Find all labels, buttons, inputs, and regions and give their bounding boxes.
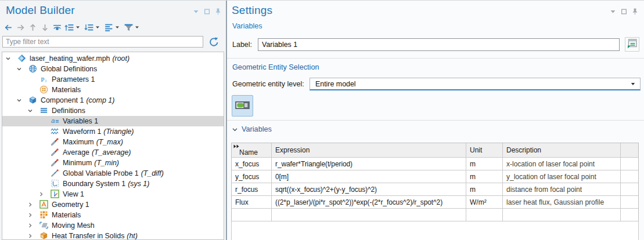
tree-expander-icon[interactable]	[37, 181, 46, 187]
collapse-all-button[interactable]	[83, 21, 103, 34]
table-row[interactable]: y_focus 0[m] m y_location of laser focal…	[232, 170, 638, 183]
back-arrow-button[interactable]	[2, 21, 15, 34]
pin-icon[interactable]	[215, 8, 221, 15]
pin-icon[interactable]	[632, 8, 638, 15]
forward-arrow-button[interactable]	[15, 21, 27, 34]
column-header-description[interactable]: Description	[503, 143, 621, 157]
active-toggle-button[interactable]	[232, 95, 253, 117]
tree-expander-icon[interactable]	[37, 150, 46, 156]
tree-expander-icon[interactable]	[3, 56, 13, 62]
tree-expander-icon[interactable]	[26, 212, 35, 219]
cell-expression[interactable]: 0[m]	[272, 170, 466, 183]
tree-expander-icon[interactable]	[26, 77, 35, 83]
tree-expander-icon[interactable]	[37, 160, 46, 166]
tree-item[interactable]: Materials	[2, 85, 224, 95]
refresh-icon[interactable]	[208, 37, 220, 48]
dropdown-caret-icon[interactable]	[135, 25, 141, 30]
tree-item[interactable]: Geometry 1	[2, 199, 224, 210]
tree-expander-icon[interactable]	[15, 66, 24, 72]
cell-name[interactable]: y_focus	[232, 170, 272, 183]
column-header-unit[interactable]: Unit	[466, 143, 503, 157]
tree-item[interactable]: Materials	[2, 210, 224, 220]
cell-expression[interactable]	[272, 209, 466, 221]
cell-extra	[621, 209, 638, 221]
cell-unit[interactable]: m	[466, 158, 503, 170]
float-icon[interactable]	[621, 8, 627, 15]
panel-menu-icon[interactable]	[610, 8, 616, 15]
cell-description[interactable]: distance from focal point	[503, 183, 621, 195]
tree-expander-icon[interactable]	[37, 139, 46, 146]
dropdown-caret-icon[interactable]	[115, 25, 121, 30]
model-builder-window-controls	[193, 8, 221, 15]
cell-unit[interactable]: m	[466, 170, 503, 183]
cell-name[interactable]: Flux	[232, 196, 272, 208]
svg-text:a: a	[51, 117, 55, 124]
filter-input[interactable]	[2, 36, 203, 48]
tree-expander-icon[interactable]	[26, 87, 35, 93]
cell-name[interactable]	[232, 209, 272, 221]
section-collapse-icon[interactable]	[232, 126, 238, 133]
tree-expander-icon[interactable]	[15, 97, 24, 104]
cell-expression[interactable]: r_wafer*Triangle(t/period)	[272, 158, 466, 170]
filter-button[interactable]	[123, 21, 142, 34]
cell-description[interactable]	[503, 209, 621, 221]
move-up-icon	[28, 23, 38, 32]
cell-unit[interactable]: m	[466, 183, 503, 195]
cell-unit[interactable]	[466, 209, 503, 221]
tree-expander-icon[interactable]	[26, 233, 35, 239]
rename-button[interactable]	[625, 37, 639, 52]
column-header-expression[interactable]: Expression	[272, 143, 466, 157]
tree-item[interactable]: Definitions	[2, 106, 224, 116]
tree-item[interactable]: Global Variable Probe 1 (T_diff)	[2, 168, 224, 179]
tree-item[interactable]: Minimum (T_min)	[2, 158, 224, 168]
cell-expression[interactable]: ((2*p_laser)/(pi*r_spot^2))*exp(-(2*r_fo…	[272, 196, 466, 208]
cell-description[interactable]: y_location of laser focal point	[503, 170, 621, 183]
table-row[interactable]	[232, 208, 638, 221]
cell-name[interactable]: r_focus	[232, 183, 272, 195]
panel-menu-icon[interactable]	[193, 8, 199, 15]
tree-item[interactable]: Global Definitions	[2, 64, 224, 74]
node-label-button[interactable]	[103, 21, 123, 34]
tree-expander-icon[interactable]	[37, 118, 46, 125]
settings-subtitle[interactable]: Variables	[232, 22, 262, 30]
table-row[interactable]: r_focus sqrt((x-x_focus)^2+(y-y_focus)^2…	[232, 183, 638, 195]
move-down-button[interactable]	[39, 21, 51, 34]
dropdown-caret-icon[interactable]	[95, 25, 102, 30]
tree-item[interactable]: Average (T_average)	[2, 147, 224, 158]
column-header-extra	[621, 143, 638, 157]
cell-description[interactable]: laser heat flux, Gaussian profile	[503, 196, 621, 208]
tree-item[interactable]: Pi Parameters 1	[2, 74, 224, 85]
tree-item[interactable]: laser_heating_wafer.mph (root)	[2, 53, 224, 64]
tree-expander-icon[interactable]	[37, 191, 46, 198]
materials-grid-icon	[39, 210, 49, 220]
column-header-name[interactable]: Name	[232, 143, 272, 157]
tree-item[interactable]: View 1	[2, 189, 224, 199]
geometric-entity-selection-header: Geometric Entity Selection	[232, 63, 319, 71]
dropdown-caret-icon[interactable]	[75, 25, 82, 30]
tree-expander-icon[interactable]	[37, 170, 46, 177]
cell-name[interactable]: x_focus	[232, 158, 272, 170]
tree-item[interactable]: Maximum (T_max)	[2, 137, 224, 147]
tree-item[interactable]: Boundary System 1 (sys 1)	[2, 179, 224, 189]
move-up-button[interactable]	[27, 21, 39, 34]
tree-expander-icon[interactable]	[26, 223, 35, 229]
tree-item[interactable]: Waveform 1 (Triangle)	[2, 126, 224, 137]
cell-unit[interactable]: W/m²	[466, 196, 503, 208]
tree-expander-icon[interactable]	[26, 108, 35, 114]
table-row[interactable]: Flux ((2*p_laser)/(pi*r_spot^2))*exp(-(2…	[232, 195, 638, 208]
expand-all-button[interactable]	[63, 21, 83, 34]
waveform-icon	[51, 127, 60, 136]
tree-item[interactable]: Component 1 (comp 1)	[2, 95, 224, 106]
tree-item[interactable]: a Variables 1	[2, 116, 224, 126]
table-row[interactable]: x_focus r_wafer*Triangle(t/period) m x-l…	[232, 157, 638, 170]
label-input[interactable]	[258, 38, 620, 51]
float-icon[interactable]	[204, 8, 210, 15]
cell-expression[interactable]: sqrt((x-x_focus)^2+(y-y_focus)^2)	[272, 183, 466, 195]
tree-item[interactable]: Heat Transfer in Solids (ht)	[2, 231, 224, 240]
show-button[interactable]	[51, 21, 63, 34]
tree-expander-icon[interactable]	[26, 202, 35, 208]
tree-item[interactable]: Moving Mesh	[2, 220, 224, 231]
entity-level-select[interactable]: Entire model	[310, 78, 641, 90]
tree-expander-icon[interactable]	[37, 129, 46, 135]
cell-description[interactable]: x-location of laser focal point	[503, 158, 621, 170]
